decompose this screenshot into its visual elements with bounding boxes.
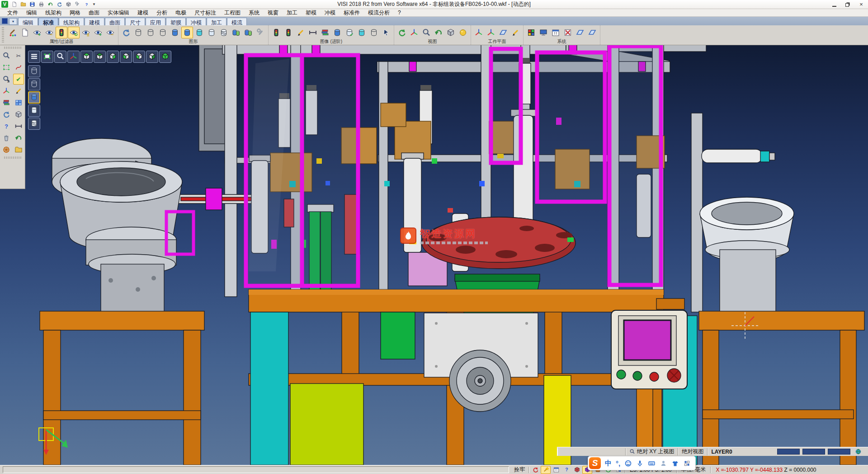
menu-item-2[interactable]: 编辑 <box>23 9 41 17</box>
toolbar-tab-9[interactable]: 冲模 <box>186 18 206 25</box>
solid-preview-button[interactable] <box>13 109 24 120</box>
view-left-button[interactable] <box>120 51 132 63</box>
menu-item-15[interactable]: 塑模 <box>302 9 320 17</box>
view-back-button[interactable] <box>146 51 158 63</box>
render-solid-button[interactable] <box>331 27 343 38</box>
auto-refresh-button[interactable] <box>530 466 540 474</box>
copy-attributes-button[interactable] <box>19 27 31 38</box>
workplane-from-entity-button[interactable] <box>485 27 497 38</box>
view-pan-button[interactable] <box>408 27 420 38</box>
dashed-hidden-mode-button[interactable] <box>157 27 169 38</box>
ime-keyboard-icon[interactable] <box>648 460 656 467</box>
ime-skin-icon[interactable] <box>671 460 679 467</box>
view-cube-button[interactable] <box>64 1 72 8</box>
view-menu-button[interactable] <box>28 51 40 63</box>
zoom-window-button[interactable] <box>54 51 66 63</box>
lights-button[interactable] <box>283 27 294 38</box>
material-layers-button[interactable] <box>319 27 331 38</box>
toolbar-tab-1[interactable]: 编辑 <box>18 18 38 25</box>
selection-wand-button[interactable] <box>541 466 551 474</box>
undo-action-button[interactable] <box>13 133 24 143</box>
menu-item-7[interactable]: 建模 <box>134 9 152 17</box>
regenerate-button[interactable] <box>55 1 63 8</box>
open-file-button[interactable] <box>19 1 27 8</box>
trim-entity-button[interactable]: ✂ <box>13 50 24 61</box>
restore-button[interactable] <box>841 0 854 9</box>
context-help-button[interactable]: ? <box>561 466 571 474</box>
machine-model-3d[interactable] <box>0 45 868 465</box>
menu-item-11[interactable]: 工程图 <box>221 9 244 17</box>
regenerate-view-button[interactable] <box>1 109 12 120</box>
view-zoom-button[interactable] <box>420 27 432 38</box>
color-swatch[interactable] <box>802 449 825 455</box>
measure-image-button[interactable] <box>307 27 319 38</box>
system-plane-button[interactable] <box>586 27 598 38</box>
regen-graphics-button[interactable] <box>120 27 132 38</box>
ime-emoji-icon[interactable] <box>624 460 632 467</box>
menu-item-14[interactable]: 加工 <box>283 9 301 17</box>
workplane-standard-button[interactable] <box>473 27 485 38</box>
sogou-logo-icon[interactable]: S <box>589 457 601 469</box>
menu-item-16[interactable]: 冲模 <box>321 9 339 17</box>
flat-shaded-mode-button[interactable] <box>206 27 217 38</box>
display-pair-button[interactable] <box>242 27 254 38</box>
hide-entities-button[interactable]: − <box>43 27 55 38</box>
translucent-mode-button[interactable] <box>193 27 205 38</box>
menu-item-12[interactable]: 系统 <box>245 9 263 17</box>
annotate-sketch-button[interactable] <box>295 27 307 38</box>
menu-item-3[interactable]: 线架构 <box>42 9 65 17</box>
hide-all-button[interactable]: − <box>104 27 116 38</box>
invert-visibility-button[interactable]: ± <box>80 27 92 38</box>
quick-access-more-button[interactable]: ▼ <box>90 2 98 6</box>
view-previous-button[interactable] <box>433 27 444 38</box>
ime-person-icon[interactable] <box>660 460 667 467</box>
ime-voice-icon[interactable] <box>636 460 644 467</box>
sketch-curve-button[interactable] <box>13 62 24 73</box>
toolbar-tab-8[interactable]: 塑膜 <box>166 18 186 25</box>
solid-snap-button[interactable] <box>572 466 582 474</box>
spline-edit-button[interactable] <box>13 85 24 96</box>
filter-selector-button[interactable] <box>56 27 67 38</box>
zoom-dynamic-button[interactable] <box>1 50 12 61</box>
ime-toolbox-icon[interactable] <box>683 460 691 467</box>
menu-item-1[interactable]: 文件 <box>4 9 22 17</box>
render-translucent-button[interactable] <box>28 118 40 130</box>
open-model-button[interactable] <box>13 144 24 155</box>
grid-settings-button[interactable] <box>562 27 574 38</box>
ime-language-toggle[interactable]: 中 <box>605 459 612 468</box>
toolbar-tab-3[interactable]: 线架构 <box>59 18 84 25</box>
workplane-status-cell[interactable]: 绝对 XY 上视图 <box>625 448 678 455</box>
layer-window-button[interactable] <box>13 97 24 108</box>
view-bottom-button[interactable] <box>94 51 106 63</box>
undo-button[interactable] <box>46 1 54 8</box>
tab-dropdown-button[interactable]: ▼ <box>9 18 17 25</box>
perspective-grid-button[interactable] <box>574 27 586 38</box>
system-monitor-button[interactable] <box>538 27 549 38</box>
minimize-button[interactable] <box>827 0 841 9</box>
view-axonometric-button[interactable] <box>67 51 80 63</box>
menu-item-6[interactable]: 实体编辑 <box>104 9 133 17</box>
help-button[interactable]: ? <box>82 1 90 8</box>
view-front-button[interactable] <box>133 51 145 63</box>
menu-item-10[interactable]: 尺寸标注 <box>191 9 220 17</box>
hidden-line-mode-button[interactable] <box>145 27 156 38</box>
lock-toggle[interactable]: 拴牢 <box>512 466 527 474</box>
snap-grid-button[interactable] <box>551 466 561 474</box>
zoom-extents-button[interactable]: ± <box>1 74 12 85</box>
render-wireframe-button[interactable] <box>368 27 380 38</box>
menu-item-5[interactable]: 曲面 <box>85 9 103 17</box>
select-box-button[interactable] <box>1 62 12 73</box>
toolbar-tab-2[interactable]: 标准 <box>38 18 58 25</box>
color-palette-button[interactable] <box>525 27 537 38</box>
show-all-button[interactable]: + <box>92 27 104 38</box>
refresh-visibility-button[interactable]: ↻ <box>68 27 80 38</box>
ime-punctuation-toggle[interactable]: °, <box>616 460 620 467</box>
settings-button[interactable] <box>73 1 81 8</box>
validate-button[interactable]: ✔ <box>13 74 24 85</box>
toolbar-tab-5[interactable]: 曲面 <box>105 18 125 25</box>
view-mode-cell[interactable]: 绝对视图 <box>678 448 707 455</box>
menu-item-18[interactable]: 模流分析 <box>364 9 393 17</box>
color-swatch[interactable] <box>828 449 850 455</box>
edit-attributes-button[interactable] <box>7 27 19 38</box>
toolbar-tab-7[interactable]: 应用 <box>146 18 165 25</box>
